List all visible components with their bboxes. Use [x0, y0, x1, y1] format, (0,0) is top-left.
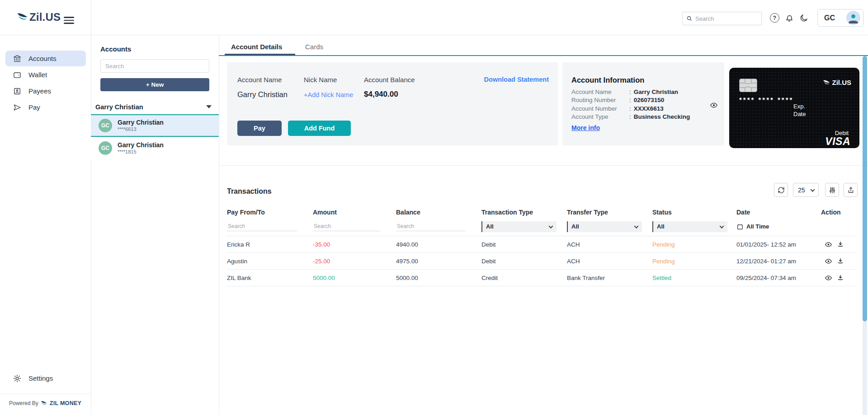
more-info-link[interactable]: More info [571, 124, 600, 131]
export-button[interactable] [844, 183, 858, 197]
sidebar-item-pay[interactable]: Pay [5, 99, 86, 115]
col-header-amount[interactable]: Amount [313, 209, 396, 219]
app-logo-text: Zil.US [29, 11, 61, 23]
account-group-selector[interactable]: Garry Christian [91, 99, 219, 114]
dark-mode-moon-icon[interactable] [799, 13, 809, 23]
account-list-item-6613[interactable]: GC Garry Christian ****6613 [91, 114, 219, 137]
view-transaction-eye-icon[interactable] [825, 274, 832, 282]
account-balance-label: Account Balance [364, 76, 415, 84]
user-initials: GC [824, 14, 835, 22]
notifications-bell-icon[interactable] [784, 13, 794, 23]
account-name: Garry Christian [118, 141, 164, 149]
filter-transfer-type-select-wrap: All [567, 221, 642, 232]
download-transaction-icon[interactable] [837, 241, 844, 248]
filter-status-select-wrap: All [652, 221, 727, 232]
app-logo: Zil.US [17, 11, 61, 23]
cell-date: 12/21/2024- 01:27 am [736, 258, 821, 265]
account-group-name: Garry Christian [95, 103, 143, 111]
sidebar-item-wallet[interactable]: Wallet [5, 67, 86, 83]
scrollbar-thumb[interactable] [863, 56, 867, 322]
tabs-accent-line [219, 55, 868, 56]
info-row-routing-number: Routing Number : 026073150 [571, 96, 715, 104]
add-fund-button[interactable]: Add Fund [288, 121, 351, 136]
avatar [846, 11, 860, 25]
account-masked-number: ****1815 [118, 149, 164, 155]
sliders-icon [828, 186, 836, 194]
cell-payee: Ericka R [227, 241, 313, 248]
new-account-button[interactable]: + New [100, 78, 209, 91]
avatar: GC [99, 119, 112, 132]
cell-payee: Agustin [227, 258, 313, 265]
col-header-transfer-type[interactable]: Transfer Type [567, 209, 652, 219]
card-exp-label: Exp. [793, 103, 805, 110]
wing-logo-icon [823, 79, 830, 86]
page-size-select-wrap: 25 [793, 183, 819, 197]
filter-transaction-type-select[interactable]: All [482, 223, 557, 230]
cell-amount: 5000.00 [313, 275, 396, 281]
payees-icon [13, 87, 22, 96]
bank-icon [13, 54, 22, 63]
pay-button[interactable]: Pay [237, 121, 282, 136]
sidebar-item-settings[interactable]: Settings [5, 370, 86, 386]
card-chip [739, 79, 757, 92]
account-information-title: Account Information [571, 76, 715, 84]
filter-amount-search-input[interactable] [313, 222, 380, 231]
card-brand-logo: Zil.US [823, 79, 851, 86]
table-header-row: Pay From/To Amount Balance Transaction T… [227, 209, 856, 219]
cell-balance: 4975.00 [396, 258, 481, 265]
sidebar-item-accounts[interactable]: Accounts [5, 51, 86, 66]
export-icon [847, 186, 855, 194]
col-header-balance[interactable]: Balance [396, 209, 481, 219]
filter-date-range[interactable]: All Time [736, 223, 821, 230]
filter-balance-search-input[interactable] [396, 222, 466, 231]
view-transaction-eye-icon[interactable] [825, 257, 832, 265]
table-body: Ericka R -35.00 4940.00 Debit ACH Pendin… [227, 236, 856, 286]
cell-status: Pending [652, 241, 736, 248]
filter-status-select[interactable]: All [653, 223, 727, 230]
accounts-search-input[interactable] [100, 59, 209, 73]
sidebar-item-label: Settings [28, 374, 53, 382]
transactions-table: Pay From/To Amount Balance Transaction T… [227, 209, 856, 286]
powered-by-brand: ZIL MONEY [50, 400, 82, 406]
global-search[interactable] [682, 12, 762, 25]
menu-toggle-button[interactable] [64, 17, 74, 24]
visa-logo: VISA [825, 135, 850, 148]
filter-transfer-type-select[interactable]: All [568, 223, 642, 230]
col-header-status[interactable]: Status [652, 209, 736, 219]
account-balance-value: $4,940.00 [364, 90, 398, 99]
cell-amount: -25.00 [313, 258, 396, 265]
sidebar-item-payees[interactable]: Payees [5, 83, 86, 99]
refresh-button[interactable] [774, 183, 788, 197]
user-menu[interactable]: GC [817, 9, 863, 27]
cell-transaction-type: Debit [481, 241, 567, 248]
reveal-account-number-eye-icon[interactable] [710, 101, 718, 109]
account-summary-panel: Account Name Nick Name Account Balance D… [227, 62, 558, 145]
cell-transfer-type: ACH [567, 258, 652, 265]
view-transaction-eye-icon[interactable] [825, 241, 832, 248]
scrollbar-track[interactable] [863, 322, 867, 415]
col-header-transaction-type[interactable]: Transaction Type [481, 209, 567, 219]
page-size-select[interactable]: 25 [793, 183, 818, 196]
sidebar-item-label: Pay [28, 103, 40, 111]
cell-date: 09/25/2024- 07:34 am [736, 275, 821, 281]
help-icon[interactable]: ? [770, 13, 779, 23]
sidebar-divider [91, 0, 91, 415]
send-icon [13, 103, 22, 112]
download-transaction-icon[interactable] [837, 274, 844, 281]
tab-account-details[interactable]: Account Details [231, 43, 282, 51]
info-row-account-name: Account Name : Garry Christian [571, 88, 715, 96]
global-search-input[interactable] [695, 15, 758, 22]
filter-columns-button[interactable] [825, 183, 839, 197]
col-header-action: Action [821, 209, 856, 219]
powered-by-label: Powered By [9, 400, 38, 406]
download-transaction-icon[interactable] [837, 257, 844, 265]
col-header-pay-from-to[interactable]: Pay From/To [227, 209, 313, 219]
chevron-down-icon [206, 105, 212, 108]
search-icon [686, 15, 693, 22]
col-header-date[interactable]: Date [736, 209, 821, 219]
tab-cards[interactable]: Cards [305, 43, 323, 51]
account-list-item-1815[interactable]: GC Garry Christian ****1815 [91, 137, 219, 159]
add-nick-name-link[interactable]: +Add Nick Name [304, 91, 353, 98]
download-statement-link[interactable]: Download Statement [484, 76, 549, 83]
filter-payee-search-input[interactable] [227, 222, 297, 231]
